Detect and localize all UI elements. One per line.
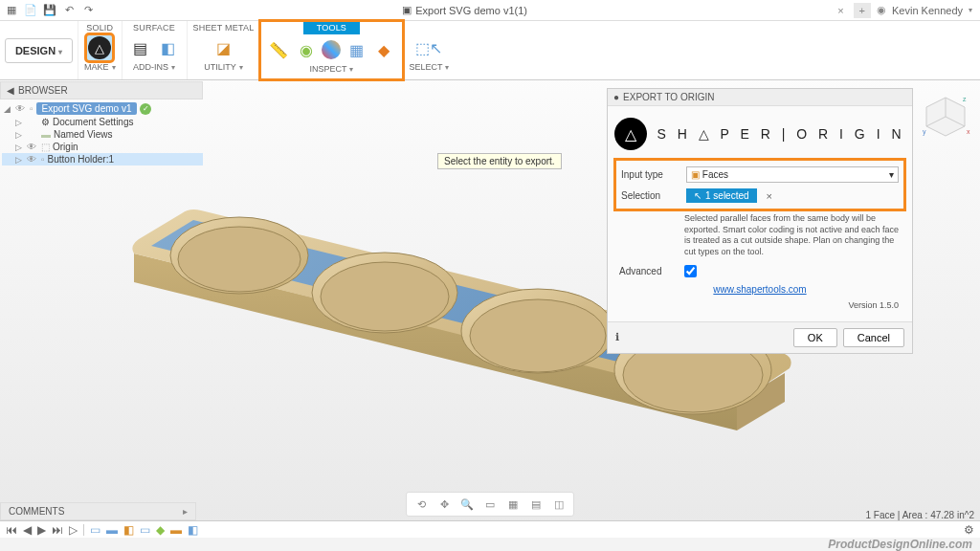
viewport-icon[interactable]: ◫ — [550, 496, 568, 513]
ribbon-group-solid: SOLID △ MAKE — [78, 21, 122, 79]
view-cube[interactable]: z x y — [921, 92, 970, 142]
fit-icon[interactable]: ▭ — [481, 496, 499, 513]
shaper-logo-text: S H △ P E R | O R I G I N — [657, 126, 904, 142]
timeline-feature-6[interactable]: ▬ — [170, 523, 182, 537]
panel-title: EXPORT TO ORIGIN — [623, 92, 714, 102]
advanced-row: Advanced — [615, 262, 904, 280]
tree-item-buttonholder[interactable]: ▷👁▫ Button Holder:1 — [2, 153, 203, 165]
grid-icon[interactable]: ▤ — [527, 496, 545, 513]
shapertools-link[interactable]: www.shapertools.com — [615, 280, 904, 298]
selection-description: Selected parallel faces from the same bo… — [615, 209, 904, 262]
info-icon[interactable]: ℹ — [615, 331, 619, 343]
tree-root[interactable]: ◢👁 ▫ Export SVG demo v1 ✓ — [2, 101, 203, 116]
undo-icon[interactable]: ↶ — [61, 3, 77, 18]
close-tab-icon[interactable]: × — [834, 5, 847, 16]
save-icon[interactable]: 💾 — [42, 3, 57, 18]
svg-point-2 — [178, 227, 301, 292]
advanced-checkbox[interactable] — [684, 265, 697, 277]
selection-row: Selection ↖ 1 selected × — [617, 186, 902, 206]
appearance-icon[interactable] — [322, 40, 341, 59]
input-type-dropdown[interactable]: ▣ Faces ▾ — [686, 166, 899, 183]
group-label-make[interactable]: MAKE — [84, 62, 116, 72]
user-menu-caret-icon[interactable]: ▾ — [969, 6, 972, 14]
display-icon[interactable]: ▦ — [504, 496, 522, 513]
collapse-icon[interactable]: ◀ — [7, 85, 14, 96]
svg-text:y: y — [923, 128, 926, 136]
zoom-icon[interactable]: 🔍 — [458, 496, 476, 513]
panel-header[interactable]: ● EXPORT TO ORIGIN — [608, 89, 912, 106]
clear-selection-icon[interactable]: × — [763, 190, 772, 202]
shaper-logo: △ S H △ P E R | O R I G I N — [608, 106, 912, 160]
tree-label: Origin — [53, 142, 78, 152]
tree-label: Named Views — [54, 129, 113, 140]
component-icon: ▫ — [30, 103, 33, 114]
interference-icon[interactable]: ◆ — [371, 37, 396, 62]
folder-icon: ▬ — [41, 129, 51, 140]
scripts-icon[interactable]: ▤ — [128, 35, 153, 60]
addins-store-icon[interactable]: ◧ — [156, 35, 181, 60]
timeline-end-icon[interactable]: ⏭ — [52, 523, 63, 537]
ok-button[interactable]: OK — [793, 328, 837, 347]
cursor-icon: ↖ — [694, 190, 702, 201]
group-label-inspect[interactable]: INSPECT — [309, 64, 353, 74]
shaper-export-button[interactable]: △ — [86, 34, 113, 61]
timeline-feature-3[interactable]: ◧ — [123, 523, 134, 537]
timeline-feature-7[interactable]: ◧ — [188, 523, 198, 537]
tab-tools[interactable]: TOOLS — [303, 21, 360, 34]
file-icon[interactable]: 📄 — [23, 3, 38, 18]
navigation-toolbar: ⟲ ✥ 🔍 ▭ ▦ ▤ ◫ — [406, 492, 574, 517]
timeline-toolbar: ⏮ ◀ ▶ ⏭ ▷ ▭ ▬ ◧ ▭ ◆ ▬ ◧ ⚙ — [0, 520, 980, 538]
version-text: Version 1.5.0 — [615, 298, 904, 314]
chevron-down-icon: ▾ — [889, 169, 894, 180]
svg-point-6 — [470, 299, 606, 372]
input-type-value: Faces — [702, 169, 728, 180]
document-tab[interactable]: ▣ Export SVG demo v1(1) — [96, 4, 834, 16]
tree-item-origin[interactable]: ▷👁⬚ Origin — [2, 141, 203, 153]
measure-icon[interactable]: 📏 — [266, 37, 291, 62]
ribbon-group-select: ⬚↖ SELECT — [403, 21, 455, 79]
browser-header[interactable]: ◀ BROWSER — [0, 81, 203, 99]
shaper-logo-icon: △ — [614, 118, 647, 150]
extensions-icon[interactable]: ◉ — [877, 4, 886, 16]
svg-point-5 — [461, 289, 614, 373]
svg-point-1 — [170, 217, 308, 294]
panel-collapse-icon[interactable]: ● — [613, 92, 619, 102]
gear-icon: ⚙ — [41, 117, 50, 127]
group-label-utility[interactable]: UTILITY — [204, 62, 243, 72]
document-title: Export SVG demo v1(1) — [415, 5, 527, 16]
timeline-feature-4[interactable]: ▭ — [140, 523, 150, 537]
tab-surface[interactable]: SURFACE — [133, 23, 175, 33]
timeline-start-icon[interactable]: ⏮ — [6, 523, 17, 537]
select-icon[interactable]: ⬚↖ — [416, 35, 441, 60]
root-label: Export SVG demo v1 — [36, 102, 138, 115]
utility-icon[interactable]: ◪ — [211, 35, 235, 60]
apps-grid-icon[interactable]: ▦ — [4, 3, 19, 18]
tree-item-namedviews[interactable]: ▷▬ Named Views — [2, 128, 203, 141]
timeline-feature-2[interactable]: ▬ — [106, 523, 118, 537]
section-icon[interactable]: ▦ — [344, 37, 368, 62]
pan-icon[interactable]: ✥ — [435, 496, 453, 513]
user-name[interactable]: Kevin Kennedy — [892, 5, 963, 16]
tab-sheetmetal[interactable]: SHEET METAL — [193, 23, 255, 33]
timeline-play-icon[interactable]: ▷ — [69, 523, 78, 537]
tab-solid[interactable]: SOLID — [86, 23, 113, 33]
ribbon-toolbar: DESIGN SOLID △ MAKE SURFACE ▤ ◧ ADD-INS … — [0, 21, 980, 80]
sync-ok-icon: ✓ — [140, 103, 151, 115]
timeline-settings-icon[interactable]: ⚙ — [964, 523, 974, 537]
svg-text:z: z — [963, 96, 967, 102]
selection-chip[interactable]: ↖ 1 selected — [686, 188, 757, 203]
group-label-addins[interactable]: ADD-INS — [133, 62, 175, 72]
timeline-prev-icon[interactable]: ◀ — [23, 523, 32, 537]
workspace-switcher[interactable]: DESIGN — [0, 21, 78, 79]
timeline-feature-1[interactable]: ▭ — [90, 523, 100, 537]
timeline-feature-5[interactable]: ◆ — [156, 523, 165, 537]
timeline-next-icon[interactable]: ▶ — [37, 523, 46, 537]
redo-icon[interactable]: ↷ — [80, 3, 96, 18]
tree-item-docsettings[interactable]: ▷⚙ Document Settings — [2, 116, 203, 128]
group-label-select[interactable]: SELECT — [409, 62, 449, 72]
material-icon[interactable]: ◉ — [294, 37, 319, 62]
orbit-icon[interactable]: ⟲ — [412, 496, 430, 513]
cancel-button[interactable]: Cancel — [843, 328, 904, 347]
new-tab-button[interactable]: + — [854, 3, 871, 18]
comments-panel-header[interactable]: COMMENTS ▸ — [0, 502, 196, 520]
